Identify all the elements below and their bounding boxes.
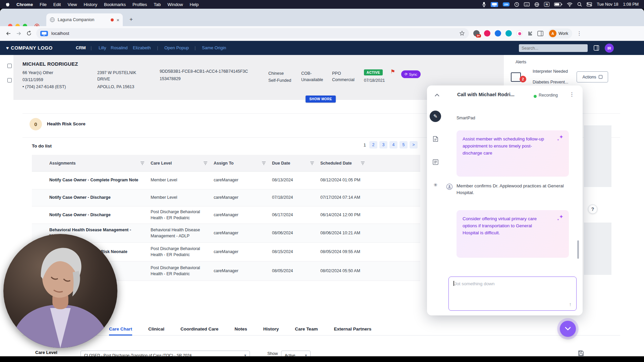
menu-file[interactable]: File [40, 2, 47, 7]
tab-notes[interactable]: Notes [234, 323, 247, 336]
back-button[interactable] [5, 31, 11, 37]
menu-view[interactable]: View [67, 2, 77, 7]
ai-asterisk-icon[interactable]: ✳ [433, 182, 438, 188]
header-care-level[interactable]: Care Level [149, 161, 212, 166]
keyboard-icon[interactable] [524, 2, 530, 6]
extension-icon-badged[interactable]: 9+ [473, 30, 480, 37]
module-crm[interactable]: CRM [76, 41, 86, 55]
show-more-button[interactable]: SHOW MORE [306, 96, 336, 103]
ai-suggestion-card[interactable]: Assist member with scheduling follow-up … [457, 130, 569, 177]
page-next[interactable]: > [410, 141, 418, 148]
company-logo[interactable]: ♥ COMPANY LOGO [6, 41, 53, 55]
panel-scrollbar-thumb[interactable] [577, 240, 579, 259]
header-assignments[interactable]: Assignments [47, 161, 149, 166]
sidebar-checkbox-1[interactable] [7, 64, 12, 68]
table-row[interactable]: Notify Case Owner - Discharge Member Lev… [32, 189, 420, 206]
extension-icon-pink[interactable] [484, 30, 490, 37]
tab-care-team[interactable]: Care Team [295, 323, 318, 336]
menubar-date[interactable]: Tue Nov 18 [597, 2, 618, 7]
sidebar-checkbox-2[interactable] [7, 78, 12, 82]
menubar-time[interactable]: 1:08 PM [623, 2, 639, 7]
menu-window[interactable]: Window [167, 2, 183, 7]
send-arrow-icon[interactable]: ↑ [569, 301, 572, 307]
nav-link-same-origin[interactable]: Same Origin [202, 41, 226, 55]
battery-icon[interactable] [554, 2, 562, 6]
form-list-icon[interactable] [432, 159, 439, 165]
page-4[interactable]: 4 [389, 141, 397, 148]
menu-tab[interactable]: Tab [154, 2, 161, 7]
menu-history[interactable]: History [84, 2, 97, 7]
webcam-video-overlay[interactable] [3, 234, 117, 348]
search-icon[interactable] [577, 2, 582, 7]
smartpad-pencil-button[interactable]: ✎ [430, 111, 441, 122]
side-panel-icon[interactable] [537, 31, 543, 36]
menu-bookmarks[interactable]: Bookmarks [104, 2, 126, 7]
nav-link-rosalind[interactable]: Rosalind [111, 41, 128, 55]
export-note-icon[interactable] [432, 136, 439, 142]
tab-external-partners[interactable]: External Partners [334, 323, 371, 336]
bookmark-star-icon[interactable] [459, 31, 465, 36]
control-center-icon[interactable] [587, 2, 592, 6]
table-row[interactable]: Notify Case Owner - Complete Program Not… [32, 172, 420, 189]
menu-help[interactable]: Help [190, 2, 199, 7]
zoom-app-icon[interactable]: zm [503, 2, 509, 7]
header-label: Scheduled Date [320, 161, 352, 166]
help-button[interactable]: ? [588, 204, 597, 214]
extension-icon-teal[interactable] [505, 30, 512, 37]
page-3[interactable]: 3 [379, 141, 387, 148]
collapse-chevron-up-icon[interactable] [434, 93, 440, 98]
actions-button[interactable]: Actions [577, 71, 608, 82]
flag-icon[interactable]: ⚑ [390, 68, 395, 75]
header-scheduled-date[interactable]: Scheduled Date [318, 161, 369, 166]
nav-link-lilly[interactable]: Lilly [99, 41, 106, 55]
forward-button[interactable] [16, 31, 22, 37]
wifi-icon[interactable] [567, 2, 573, 7]
crm-search-input[interactable] [519, 44, 588, 52]
sync-button[interactable]: ⟳ Sync [401, 70, 421, 78]
browser-profile-chip[interactable]: A Work [548, 28, 572, 39]
new-tab-button[interactable]: + [129, 16, 133, 23]
microphone-icon[interactable] [482, 2, 486, 7]
nav-link-elizabeth[interactable]: Elizabeth [133, 41, 151, 55]
window-layout-icon[interactable] [594, 45, 599, 51]
globe-icon[interactable] [534, 2, 539, 7]
menubar-app-name[interactable]: Chrome [16, 2, 33, 7]
note-input[interactable]: Jot something down ↑ [448, 277, 577, 311]
header-due-date[interactable]: Due Date [270, 161, 318, 166]
tab-care-chart[interactable]: Care Chart [109, 323, 132, 336]
table-row[interactable]: Behavioral Health Disease Management - M… [32, 224, 420, 243]
address-bar[interactable]: localhost [36, 28, 469, 39]
panel-menu-kebab-icon[interactable]: ⋮ [569, 91, 575, 98]
clock-icon[interactable] [514, 2, 519, 7]
menu-edit[interactable]: Edit [53, 2, 61, 7]
screen-share-icon[interactable] [491, 2, 498, 7]
save-icon[interactable] [578, 350, 584, 356]
tab-close-icon[interactable]: × [116, 17, 119, 23]
user-avatar[interactable]: IR [605, 44, 614, 53]
table-row[interactable]: Notify Case Owner - Discharge Post Disch… [32, 206, 420, 224]
care-level-select[interactable]: CLOSED - Post Discharge-Transition of Ca… [80, 351, 250, 356]
show-filter-select[interactable]: Active ▾ [281, 351, 311, 356]
menu-profiles[interactable]: Profiles [132, 2, 147, 7]
extension-icon-white[interactable] [516, 30, 523, 37]
page-5[interactable]: 5 [399, 141, 408, 148]
filter-icon [361, 161, 365, 165]
apple-menu[interactable] [5, 2, 10, 7]
extension-icon-blue[interactable] [495, 30, 501, 37]
browser-tab[interactable]: Laguna Companion × [46, 13, 123, 26]
alerts-checkbox-icon[interactable] [511, 72, 521, 82]
page-2[interactable]: 2 [369, 141, 377, 148]
reload-button[interactable] [26, 31, 32, 36]
url-text[interactable]: localhost [51, 31, 456, 36]
ai-suggestion-card[interactable]: Consider offering virtual primary care o… [457, 210, 569, 258]
tab-history[interactable]: History [263, 323, 279, 336]
page-1-current[interactable]: 1 [362, 142, 367, 147]
notion-app-icon[interactable]: N [544, 2, 550, 7]
tab-clinical[interactable]: Clinical [148, 323, 164, 336]
browser-menu-kebab-icon[interactable]: ⋮ [577, 30, 582, 37]
extensions-puzzle-icon[interactable] [527, 31, 533, 37]
tab-coordinated-care[interactable]: Coordinated Care [180, 323, 218, 336]
nav-link-open-popup[interactable]: Open Popup [164, 41, 189, 55]
header-assign-to[interactable]: Assign To [212, 161, 270, 166]
scroll-to-bottom-button[interactable] [560, 321, 576, 337]
